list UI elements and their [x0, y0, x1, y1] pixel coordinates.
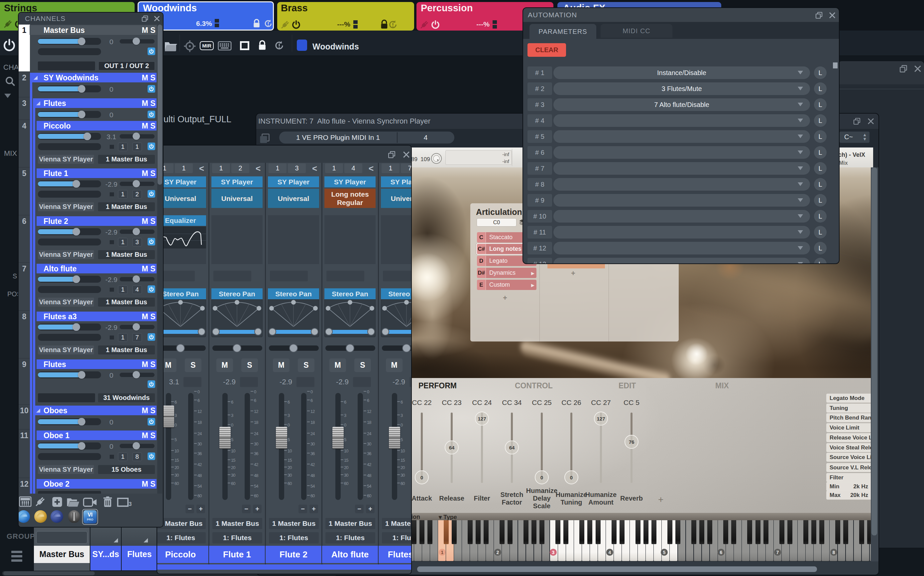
svg-text:3: 3: [128, 501, 132, 507]
